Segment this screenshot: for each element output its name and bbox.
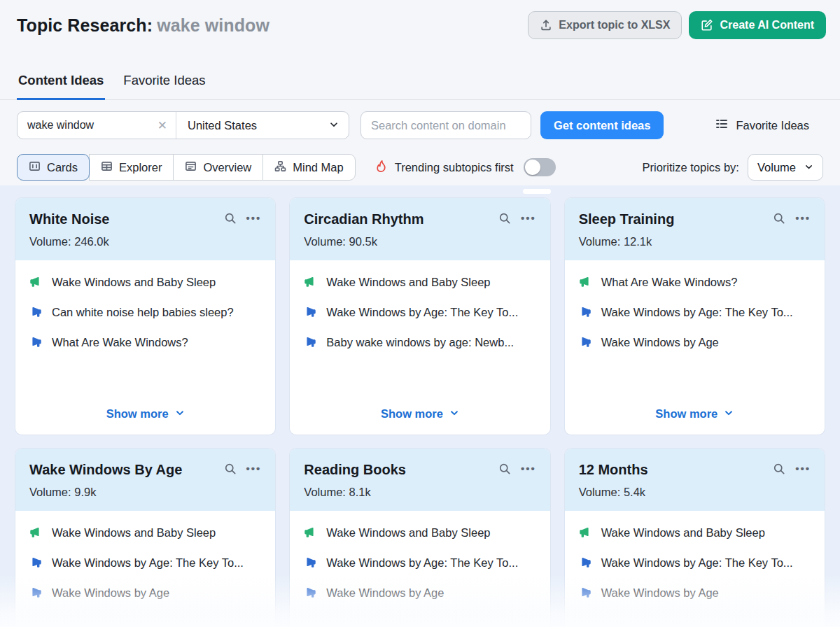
headline-text: Wake Windows and Baby Sleep <box>52 275 216 290</box>
headline-item[interactable]: Wake Windows by Age <box>579 335 811 352</box>
headline-item[interactable]: Wake Windows by Age: The Key To... <box>304 305 536 322</box>
show-more-label: Show more <box>106 407 169 421</box>
topic-card-title: Circadian Rhythm <box>304 211 424 227</box>
view-segmented-control: Cards Explorer Overview <box>17 154 356 181</box>
mindmap-icon <box>274 160 286 175</box>
headline-item[interactable]: Wake Windows by Age: The Key To... <box>579 556 811 572</box>
headline-item[interactable]: Wake Windows and Baby Sleep <box>29 275 261 292</box>
clear-keyword-icon[interactable]: ✕ <box>156 118 169 133</box>
show-more-link[interactable]: Show more <box>381 407 459 422</box>
panel-drag-handle[interactable] <box>523 189 551 194</box>
headline-item[interactable]: Wake Windows by Age: The Key To... <box>29 556 261 572</box>
headline-item[interactable]: What Are Wake Windows? <box>29 335 261 352</box>
page-title: Topic Research:wake window <box>17 15 270 36</box>
topic-card-body: Wake Windows and Baby Sleep Wake Windows… <box>290 260 550 435</box>
topic-card-body: Wake Windows and Baby Sleep Wake Windows… <box>15 511 275 627</box>
chevron-down-icon <box>724 407 734 421</box>
topic-card-body: What Are Wake Windows? Wake Windows by A… <box>565 260 825 435</box>
headline-text: Baby wake windows by age: Newb... <box>326 335 514 350</box>
search-icon[interactable] <box>498 212 511 227</box>
prioritize-select[interactable]: Volume <box>748 154 823 181</box>
search-icon[interactable] <box>498 463 511 478</box>
headline-item[interactable]: Wake Windows and Baby Sleep <box>579 526 811 542</box>
headline-item[interactable]: Wake Windows by Age <box>579 586 811 603</box>
chevron-down-icon <box>449 407 459 421</box>
headline-text: Wake Windows by Age: The Key To... <box>52 556 244 570</box>
megaphone-icon <box>579 526 592 542</box>
header-actions: Export topic to XLSX Create AI Content <box>528 11 826 39</box>
topic-card-title: Wake Windows By Age <box>29 462 182 478</box>
show-more-link[interactable]: Show more <box>655 407 734 422</box>
tab-favorite-ideas[interactable]: Favorite Ideas <box>122 70 206 100</box>
headline-item[interactable]: Wake Windows and Baby Sleep <box>29 526 261 542</box>
topic-card-header: Circadian Rhythm ••• Volume: 90.5k <box>290 198 550 260</box>
headline-text: Wake Windows and Baby Sleep <box>601 526 765 540</box>
headline-list: Wake Windows and Baby Sleep Wake Windows… <box>304 275 536 365</box>
megaphone-icon <box>29 275 42 292</box>
megaphone-icon <box>579 335 592 352</box>
headline-item[interactable]: Wake Windows and Baby Sleep <box>304 275 536 292</box>
create-ai-content-button[interactable]: Create AI Content <box>689 11 826 39</box>
search-icon[interactable] <box>773 463 785 478</box>
headline-text: Wake Windows and Baby Sleep <box>326 275 490 290</box>
headline-text: What Are Wake Windows? <box>52 335 188 350</box>
megaphone-icon <box>579 556 592 572</box>
list-icon <box>715 117 729 134</box>
search-icon[interactable] <box>224 212 237 227</box>
export-topic-button[interactable]: Export topic to XLSX <box>528 11 682 39</box>
view-explorer-button[interactable]: Explorer <box>89 154 174 181</box>
page-header: Topic Research:wake window Export topic … <box>0 0 840 39</box>
view-bar: Cards Explorer Overview <box>0 154 840 181</box>
more-options-icon[interactable]: ••• <box>246 463 262 477</box>
megaphone-icon <box>304 335 316 352</box>
search-icon[interactable] <box>224 463 237 478</box>
search-icon[interactable] <box>773 212 785 227</box>
headline-item[interactable]: Wake Windows by Age: The Key To... <box>579 305 811 322</box>
more-options-icon[interactable]: ••• <box>795 463 811 477</box>
headline-list: Wake Windows and Baby Sleep Wake Windows… <box>304 526 536 616</box>
tab-content-ideas[interactable]: Content Ideas <box>17 70 105 100</box>
megaphone-icon <box>579 275 592 292</box>
megaphone-icon <box>579 586 592 603</box>
megaphone-icon <box>29 305 42 322</box>
topic-card-body: Wake Windows and Baby Sleep Can white no… <box>15 260 275 435</box>
headline-item[interactable]: Baby wake windows by age: Newb... <box>304 335 536 352</box>
megaphone-icon <box>29 586 42 603</box>
headline-text: Wake Windows by Age: The Key To... <box>601 556 793 570</box>
headline-item[interactable]: Can white noise help babies sleep? <box>29 305 261 322</box>
page-title-label: Topic Research: <box>17 15 153 35</box>
view-cards-button[interactable]: Cards <box>17 154 90 181</box>
keyword-input[interactable] <box>27 119 156 132</box>
headline-item[interactable]: Wake Windows by Age: The Key To... <box>304 556 536 572</box>
headline-item[interactable]: Wake Windows and Baby Sleep <box>304 526 536 542</box>
trending-subtopics-group: Trending subtopics first <box>374 158 556 176</box>
trending-toggle[interactable] <box>524 158 556 176</box>
more-options-icon[interactable]: ••• <box>521 463 536 477</box>
show-more-label: Show more <box>381 407 443 421</box>
topic-card-volume: Volume: 5.4k <box>579 486 811 499</box>
topic-card: Circadian Rhythm ••• Volume: 90.5k <box>290 198 550 435</box>
more-options-icon[interactable]: ••• <box>521 213 536 226</box>
megaphone-icon <box>304 556 316 572</box>
more-options-icon[interactable]: ••• <box>246 213 262 226</box>
headline-item[interactable]: What Are Wake Windows? <box>579 275 811 292</box>
view-mind-map-label: Mind Map <box>293 161 343 174</box>
topic-card: Sleep Training ••• Volume: 12.1k <box>565 198 825 435</box>
create-ai-button-label: Create AI Content <box>720 19 814 31</box>
show-more-link[interactable]: Show more <box>106 407 185 422</box>
more-options-icon[interactable]: ••• <box>795 213 811 226</box>
view-mind-map-button[interactable]: Mind Map <box>262 154 355 181</box>
export-button-label: Export topic to XLSX <box>559 19 670 31</box>
domain-search-input[interactable] <box>360 111 531 139</box>
filter-row: ✕ United States Get content ideas Favori… <box>0 111 840 139</box>
country-select[interactable]: United States <box>176 112 349 139</box>
headline-item[interactable]: Wake Windows by Age <box>304 586 536 603</box>
get-content-ideas-button[interactable]: Get content ideas <box>540 111 664 139</box>
overview-icon <box>185 160 197 175</box>
headline-text: Wake Windows by Age: The Key To... <box>601 305 793 320</box>
headline-item[interactable]: Wake Windows by Age <box>29 586 261 603</box>
view-overview-button[interactable]: Overview <box>173 154 263 181</box>
headline-list: Wake Windows and Baby Sleep Can white no… <box>29 275 261 365</box>
favorite-ideas-link[interactable]: Favorite Ideas <box>715 117 809 134</box>
headline-text: Wake Windows by Age <box>326 586 444 600</box>
